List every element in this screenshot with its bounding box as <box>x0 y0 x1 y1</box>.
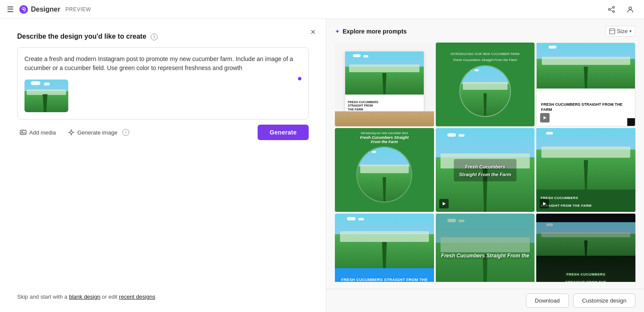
card2-header: INTRODUCING OUR NEW CUCUMBER FARM <box>451 52 520 55</box>
play-icon <box>543 116 547 120</box>
gallery-item-7[interactable]: FRESH CUCUMBERS STRAIGHT FROM THE FARM <box>335 214 434 282</box>
prompt-text: Create a fresh and modern Instagram post… <box>24 55 301 73</box>
card8-text: Fresh Cucumbers Straight From the <box>437 253 533 259</box>
card4-header: Introducing our new cucumber farm <box>361 132 408 135</box>
share-icon <box>608 6 615 13</box>
svg-point-9 <box>21 131 22 132</box>
gallery-item-1[interactable]: FRESH CUCUMBERSSTRAIGHT FROMTHE FARM <box>335 43 434 126</box>
bottom-links: Skip and start with a blank design or ed… <box>17 294 155 300</box>
play-icon <box>542 202 547 206</box>
toolbar: Add media Generate image i Generate <box>17 125 309 140</box>
bottom-action-bar: Download Customize design <box>326 289 644 312</box>
card3-text: FRESH CUCUMBERS STRAIGHT FROM THE FARM <box>541 102 631 112</box>
customize-design-button[interactable]: Customize design <box>573 294 635 308</box>
add-media-button[interactable]: Add media <box>17 127 58 138</box>
preview-label: PREVIEW <box>65 6 91 12</box>
user-icon <box>626 6 634 13</box>
generate-image-button[interactable]: Generate image i <box>65 127 132 138</box>
gallery-item-8[interactable]: Fresh Cucumbers Straight From the <box>436 214 535 282</box>
card4-title: Fresh Cucumbers StraightFrom the Farm <box>360 135 409 144</box>
chevron-down-icon: ▾ <box>629 29 632 34</box>
download-button[interactable]: Download <box>526 294 569 308</box>
right-panel-outer: ✦ Explore more prompts Size ▾ <box>326 19 644 312</box>
gallery-item-6[interactable]: FRESH CUCUMBERSSTRAIGHT FROM THE FARM <box>536 128 635 212</box>
svg-rect-8 <box>20 130 26 135</box>
play-icon <box>442 202 446 206</box>
panel-title: Describe the design you'd like to create… <box>17 33 309 40</box>
card5-text: Fresh CucumbersStraight From the Farm <box>459 164 511 177</box>
size-icon <box>609 28 615 34</box>
gallery-item-4[interactable]: Introducing our new cucumber farm Fresh … <box>335 128 434 212</box>
left-panel: × Describe the design you'd like to crea… <box>0 19 326 312</box>
gallery-grid: FRESH CUCUMBERSSTRAIGHT FROMTHE FARM INT… <box>335 43 635 282</box>
generate-image-info-icon[interactable]: i <box>122 129 129 136</box>
svg-point-1 <box>23 9 24 10</box>
title-info-icon[interactable]: i <box>151 34 158 40</box>
cursor-dot <box>298 77 301 80</box>
video-badge-5 <box>439 199 449 208</box>
gallery-item-5[interactable]: Fresh CucumbersStraight From the Farm <box>436 128 535 212</box>
svg-point-3 <box>608 9 610 10</box>
generate-button[interactable]: Generate <box>258 125 309 140</box>
size-button[interactable]: Size ▾ <box>605 26 635 37</box>
prompt-image-thumbnail <box>24 80 68 112</box>
app-logo: Designer <box>19 5 60 14</box>
gallery-item-2[interactable]: INTRODUCING OUR NEW CUCUMBER FARM Fresh … <box>436 43 535 126</box>
app-title: Designer <box>31 6 60 13</box>
designer-logo-icon <box>19 5 28 14</box>
svg-marker-13 <box>544 116 547 119</box>
prompt-input-box[interactable]: Create a fresh and modern Instagram post… <box>17 47 309 119</box>
svg-point-4 <box>613 11 614 12</box>
card9-text: FRESH CUCUMBERSSTRAIGHT FROM THE <box>565 272 607 282</box>
svg-marker-14 <box>443 202 446 205</box>
generate-image-icon <box>68 129 75 136</box>
right-panel: ✦ Explore more prompts Size ▾ <box>326 19 644 289</box>
card7-text: FRESH CUCUMBERS STRAIGHT FROM THE FARM <box>338 278 431 282</box>
user-icon-button[interactable] <box>623 3 637 16</box>
svg-marker-15 <box>543 202 546 205</box>
top-navigation: ☰ Designer PREVIEW <box>0 0 644 19</box>
video-badge-6 <box>540 199 549 208</box>
gallery-item-9[interactable]: FRESH CUCUMBERSSTRAIGHT FROM THE <box>536 214 635 282</box>
right-header: ✦ Explore more prompts Size ▾ <box>335 26 635 37</box>
svg-rect-11 <box>610 29 615 34</box>
recent-designs-link[interactable]: recent designs <box>119 294 155 300</box>
video-badge-3 <box>540 113 550 122</box>
close-button[interactable]: × <box>307 26 319 38</box>
main-content: × Describe the design you'd like to crea… <box>0 19 644 312</box>
svg-point-7 <box>629 7 632 9</box>
svg-line-6 <box>610 10 613 11</box>
share-icon-button[interactable] <box>605 3 618 16</box>
svg-point-2 <box>613 6 614 8</box>
card2-subtitle: Fresh Cucumbers Straight From the Farm <box>453 58 517 62</box>
add-media-icon <box>20 129 27 136</box>
svg-line-5 <box>610 8 613 9</box>
blank-design-link[interactable]: blank design <box>69 294 100 300</box>
card1-text: FRESH CUCUMBERSSTRAIGHT FROMTHE FARM <box>348 101 378 111</box>
sparkle-icon: ✦ <box>335 28 340 35</box>
hamburger-menu-icon[interactable]: ☰ <box>7 5 14 14</box>
explore-label: Explore more prompts <box>343 28 605 35</box>
gallery-item-3[interactable]: FRESH CUCUMBERS STRAIGHT FROM THE FARM <box>536 43 635 126</box>
corner-decoration-br <box>627 118 635 126</box>
